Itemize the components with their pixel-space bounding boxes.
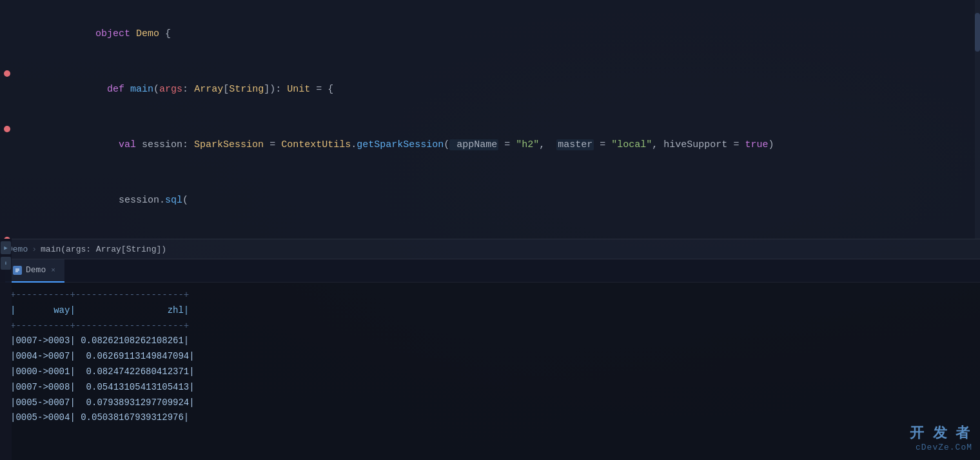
code-line-4: session.sql( xyxy=(0,173,980,228)
keyword-object: object xyxy=(95,28,130,39)
var-session: session xyxy=(142,139,182,150)
watermark-english: cDevZe.CoM xyxy=(910,443,972,452)
class-contextutils: ContextUtils xyxy=(281,139,351,150)
code-editor: object Demo { def main(args: Array[Strin… xyxy=(0,0,980,239)
type-unit: Unit xyxy=(287,84,310,95)
output-divider-mid: +----------+--------------------+ xyxy=(10,319,970,334)
breakpoint-2 xyxy=(4,70,10,77)
output-row-1: |0007->0003| 0.08262108262108261| xyxy=(10,334,970,349)
output-row-5: |0005->0007| 0.07938931297709924| xyxy=(10,395,970,411)
class-name-demo: Demo xyxy=(136,28,159,39)
type-string: String xyxy=(229,84,264,95)
keyword-def: def xyxy=(107,84,124,95)
sidebar-btn-2[interactable]: ⬇ xyxy=(1,259,11,270)
param-args: args xyxy=(159,84,182,95)
code-line-text-1: object Demo { xyxy=(32,7,980,61)
code-line-text-5: """ xyxy=(32,229,980,239)
method-name-main: main xyxy=(130,84,153,95)
console-tab-demo[interactable]: Demo × xyxy=(5,259,64,283)
param-hivesupport: hiveSupport xyxy=(663,139,727,150)
method-getsparksession: getSparkSession xyxy=(357,139,444,150)
string-h2: "h2" xyxy=(516,139,539,150)
breadcrumb-bar: Demo › main(args: Array[String]) xyxy=(0,239,980,259)
output-row-6: |0005->0004| 0.05038167939312976| xyxy=(10,410,970,426)
code-line-3: val session: SparkSession = ContextUtils… xyxy=(0,117,980,173)
console-tab-bar: Demo × xyxy=(0,259,980,283)
watermark-chinese: 开 发 者 xyxy=(910,423,972,443)
console-area: Demo × +----------+--------------------+… xyxy=(0,259,980,460)
code-line-1: object Demo { xyxy=(0,6,980,62)
editor-scrollbar[interactable] xyxy=(975,0,980,239)
method-sql: sql xyxy=(165,195,182,206)
console-tab-label: Demo xyxy=(26,265,46,275)
code-content: object Demo { def main(args: Array[Strin… xyxy=(0,0,980,239)
breakpoint-3 xyxy=(4,126,10,132)
tab-close-button[interactable]: × xyxy=(50,266,57,274)
code-line-2: def main(args: Array[String]): Unit = { xyxy=(0,62,980,117)
type-array: Array xyxy=(194,84,223,95)
code-line-5: """ xyxy=(0,228,980,239)
output-row-2: |0004->0007| 0.06269113149847094| xyxy=(10,349,970,365)
console-output: +----------+--------------------+ | way|… xyxy=(0,283,980,460)
string-local: "local" xyxy=(611,139,652,150)
type-sparksession: SparkSession xyxy=(194,139,264,150)
main-container: object Demo { def main(args: Array[Strin… xyxy=(0,0,980,460)
output-header-row: | way| zhl| xyxy=(10,303,970,319)
keyword-val: val xyxy=(119,139,136,150)
tab-icon-svg xyxy=(14,267,21,274)
code-line-text-4: session.sql( xyxy=(32,174,980,228)
tab-icon-demo xyxy=(13,266,22,275)
param-appname-label: appName xyxy=(449,139,498,150)
param-master-label: master xyxy=(556,139,594,150)
output-divider-top: +----------+--------------------+ xyxy=(10,288,970,303)
code-line-text-2: def main(args: Array[String]): Unit = { xyxy=(32,63,980,117)
editor-scroll-thumb[interactable] xyxy=(975,13,980,52)
breadcrumb-item-main[interactable]: main(args: Array[String]) xyxy=(41,245,166,254)
breadcrumb-separator: › xyxy=(32,245,37,254)
var-session-ref: session xyxy=(119,195,159,206)
keyword-true: true xyxy=(745,139,768,150)
left-sidebar: ▶ ⬇ xyxy=(0,259,12,460)
code-line-text-3: val session: SparkSession = ContextUtils… xyxy=(32,118,980,172)
output-row-3: |0000->0001| 0.08247422680412371| xyxy=(10,365,970,380)
watermark: 开 发 者 cDevZe.CoM xyxy=(910,423,972,452)
output-row-4: |0007->0008| 0.05413105413105413| xyxy=(10,380,970,395)
